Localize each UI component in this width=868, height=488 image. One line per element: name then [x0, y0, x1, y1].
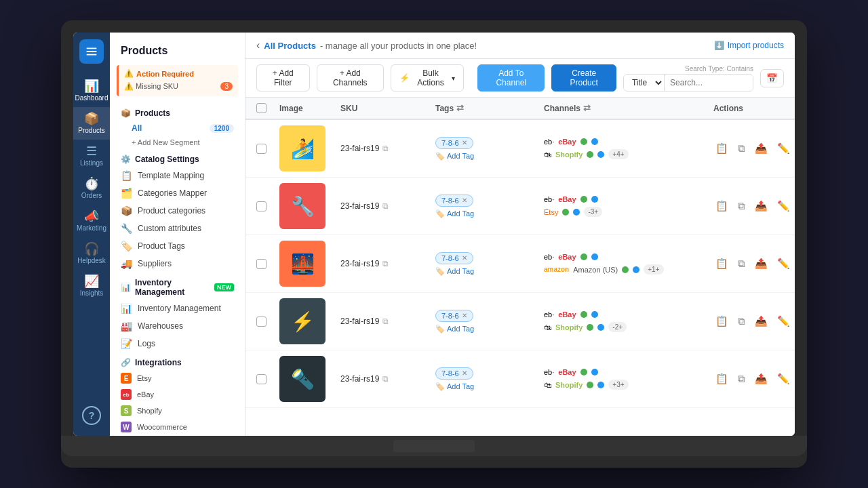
- action-edit-1[interactable]: ✏️: [775, 140, 792, 157]
- add-segment-button[interactable]: + Add New Segment: [110, 136, 245, 149]
- nav-marketing[interactable]: 📣 Marketing: [73, 205, 110, 237]
- product-image-2: 🔧: [279, 183, 326, 229]
- nav-listings[interactable]: ☰ Listings: [73, 140, 110, 172]
- action-copy-4[interactable]: ⧉: [736, 313, 747, 329]
- bulk-actions-button[interactable]: ⚡ Bulk Actions ▾: [391, 64, 464, 92]
- action-copy-2[interactable]: ⧉: [736, 198, 747, 214]
- actions-cell-2: 📋 ⧉ 📤 ✏️ 🗑️: [713, 198, 795, 214]
- sidebar-segment-all[interactable]: All 1200: [110, 121, 245, 136]
- action-edit-3[interactable]: ✏️: [775, 256, 792, 272]
- action-copy-3[interactable]: ⧉: [736, 256, 747, 272]
- table-row: 🔧 23-fai-rs19 ⧉ 7-8-6 ✕: [245, 178, 795, 235]
- nav-products[interactable]: 📦 Products: [73, 107, 110, 140]
- col-sku: SKU: [340, 103, 435, 113]
- toolbar: + Add Filter + Add Channels ⚡ Bulk Actio…: [245, 59, 795, 98]
- sidebar-item-categories-mapper[interactable]: 🗂️ Categories Mapper: [110, 184, 245, 202]
- add-tag-5[interactable]: 🏷️ Add Tag: [435, 382, 474, 391]
- channels-cell-3: eb· eBay amazon Amazon (US) +1+: [544, 253, 664, 274]
- action-export-1[interactable]: 📤: [753, 140, 770, 157]
- action-export-3[interactable]: 📤: [753, 256, 770, 272]
- channels-cell-5: eb· eBay 🛍 Shopify +3+: [544, 368, 629, 390]
- action-view-5[interactable]: 📋: [713, 371, 730, 387]
- action-export-4[interactable]: 📤: [753, 313, 770, 329]
- copy-sku-4[interactable]: ⧉: [382, 317, 389, 326]
- copy-sku-5[interactable]: ⧉: [382, 374, 389, 384]
- sidebar-item-warehouses[interactable]: 🏭 Warehouses: [110, 317, 245, 335]
- main-content: ‹ All Products - manage all your product…: [245, 33, 795, 436]
- sidebar-item-product-tags[interactable]: 🏷️ Product Tags: [110, 237, 245, 255]
- action-edit-4[interactable]: ✏️: [775, 313, 792, 329]
- search-type-label: Search Type: Contains: [685, 65, 753, 73]
- sidebar-integration-woo[interactable]: W Woocommerce: [110, 419, 245, 435]
- nav-orders[interactable]: ⏱️ Orders: [73, 172, 110, 205]
- sidebar-item-template-mapping[interactable]: 📋 Template Mapping: [110, 167, 245, 184]
- actions-cell-4: 📋 ⧉ 📤 ✏️ 🗑️: [713, 313, 795, 329]
- row-checkbox-3[interactable]: [256, 259, 267, 269]
- row-checkbox-4[interactable]: [256, 317, 267, 327]
- channels-cell-2: eb· eBay Etsy -3+: [544, 195, 602, 217]
- add-channels-button[interactable]: + Add Channels: [317, 64, 384, 92]
- more-channels-3[interactable]: +1+: [644, 264, 663, 274]
- app-logo[interactable]: [79, 39, 104, 64]
- calendar-button[interactable]: 📅: [760, 69, 784, 87]
- search-input[interactable]: [665, 75, 753, 90]
- add-to-channel-button[interactable]: Add To Channel: [477, 64, 545, 92]
- tags-cell-3: 7-8-6 ✕ 🏷️ Add Tag: [435, 252, 474, 276]
- add-filter-button[interactable]: + Add Filter: [256, 64, 310, 92]
- create-product-button[interactable]: Create Product: [551, 64, 616, 92]
- action-export-2[interactable]: 📤: [753, 198, 770, 214]
- action-edit-2[interactable]: ✏️: [775, 198, 792, 214]
- select-all-checkbox[interactable]: [256, 103, 267, 113]
- tag-remove-4[interactable]: ✕: [462, 312, 467, 319]
- channels-cell-4: eb· eBay 🛍 Shopify -2+: [544, 310, 627, 332]
- table-row: 🏄 23-fai-rs19 ⧉ 7-8-6 ✕: [245, 120, 795, 178]
- add-tag-2[interactable]: 🏷️ Add Tag: [435, 209, 474, 218]
- sidebar-item-product-categories[interactable]: 📦 Product categories: [110, 202, 245, 220]
- row-checkbox-5[interactable]: [256, 374, 267, 384]
- more-channels-5[interactable]: +3+: [608, 380, 628, 390]
- channels-shuffle-icon[interactable]: ⇄: [583, 103, 591, 113]
- import-products-button[interactable]: ⬇️ Import products: [714, 41, 784, 50]
- copy-sku-1[interactable]: ⧉: [382, 144, 389, 153]
- sidebar-item-suppliers[interactable]: 🚚 Suppliers: [110, 255, 245, 272]
- row-checkbox-2[interactable]: [256, 201, 267, 211]
- nav-insights[interactable]: 📈 Insights: [73, 270, 110, 302]
- action-view-1[interactable]: 📋: [713, 140, 730, 157]
- action-copy-5[interactable]: ⧉: [736, 371, 747, 387]
- back-button[interactable]: ‹: [256, 39, 260, 52]
- sidebar-item-logs[interactable]: 📝 Logs: [110, 335, 245, 352]
- alert-item-missing-sku[interactable]: ⚠️ Missing SKU 3: [124, 81, 233, 92]
- action-view-2[interactable]: 📋: [713, 198, 730, 214]
- action-view-4[interactable]: 📋: [713, 313, 730, 329]
- copy-sku-3[interactable]: ⧉: [382, 259, 389, 268]
- nav-dashboard[interactable]: 📊 Dashboard: [73, 75, 110, 107]
- tag-remove-2[interactable]: ✕: [462, 197, 467, 204]
- search-type-select[interactable]: Title: [624, 75, 665, 91]
- action-export-5[interactable]: 📤: [753, 371, 770, 387]
- tag-remove-3[interactable]: ✕: [462, 254, 467, 262]
- action-edit-5[interactable]: ✏️: [775, 371, 792, 387]
- tags-shuffle-icon[interactable]: ⇄: [456, 103, 464, 113]
- action-view-3[interactable]: 📋: [713, 256, 730, 272]
- sidebar-item-inventory-management[interactable]: 📊 Inventory Management: [110, 300, 245, 317]
- add-tag-4[interactable]: 🏷️ Add Tag: [435, 325, 474, 333]
- more-channels-4[interactable]: -2+: [608, 322, 627, 332]
- tag-remove-5[interactable]: ✕: [462, 369, 467, 377]
- row-checkbox-1[interactable]: [256, 144, 267, 154]
- nav-helpdesk[interactable]: 🎧 Helpdesk: [73, 237, 110, 270]
- sidebar-integration-shopify[interactable]: S Shopify: [110, 403, 245, 419]
- add-tag-1[interactable]: 🏷️ Add Tag: [435, 152, 474, 161]
- product-image-1: 🏄: [279, 125, 326, 171]
- action-copy-1[interactable]: ⧉: [736, 140, 747, 157]
- tag-remove-1[interactable]: ✕: [462, 139, 467, 146]
- sidebar-integration-etsy[interactable]: E Etsy: [110, 370, 245, 386]
- sidebar-integration-ebay[interactable]: eb eBay: [110, 386, 245, 403]
- tags-cell-5: 7-8-6 ✕ 🏷️ Add Tag: [435, 367, 474, 391]
- add-tag-3[interactable]: 🏷️ Add Tag: [435, 267, 474, 276]
- more-channels-1[interactable]: +4+: [608, 149, 628, 159]
- copy-sku-2[interactable]: ⧉: [382, 201, 389, 211]
- help-button[interactable]: ?: [82, 406, 101, 425]
- more-channels-2[interactable]: -3+: [584, 207, 602, 217]
- sidebar-item-custom-attributes[interactable]: 🔧 Custom attributes: [110, 220, 245, 237]
- col-channels: Channels ⇄: [544, 103, 713, 113]
